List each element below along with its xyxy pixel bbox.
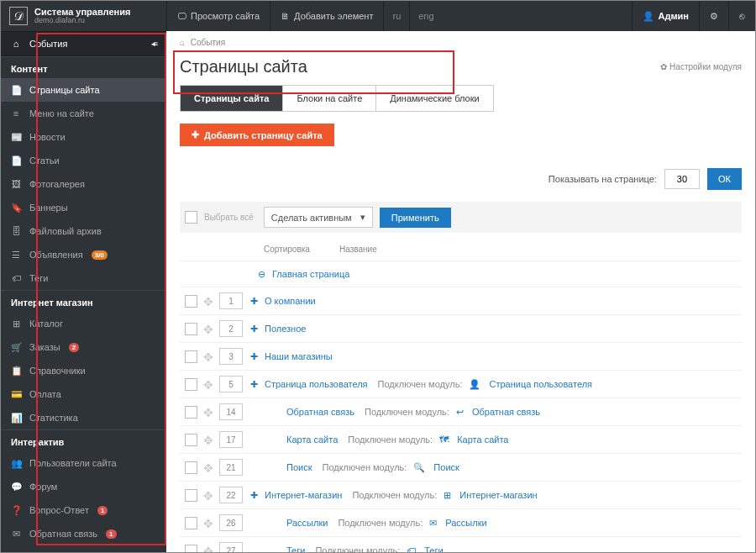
module-link[interactable]: Карта сайта [457, 434, 508, 445]
logout-button[interactable]: ⎋ [728, 1, 755, 31]
drag-handle[interactable]: ✥ [202, 323, 214, 334]
col-sort[interactable]: Сортировка [264, 245, 314, 254]
order-input[interactable]: 22 [219, 487, 243, 503]
order-input[interactable]: 1 [219, 292, 243, 309]
module-link[interactable]: Обратная связь [472, 407, 540, 417]
logo[interactable]: 𝒟 Система управления demo.diafan.ru [1, 7, 166, 25]
per-page-input[interactable] [664, 169, 700, 189]
module-settings-link[interactable]: Настройки модуля [660, 62, 742, 71]
row-checkbox[interactable] [185, 406, 197, 419]
order-input[interactable]: 14 [219, 403, 243, 420]
row-checkbox[interactable] [185, 378, 197, 391]
page-link[interactable]: Полезное [265, 324, 306, 334]
row-checkbox[interactable] [185, 517, 197, 529]
page-link[interactable]: Интернет-магазин [265, 490, 342, 500]
order-input[interactable]: 21 [219, 459, 243, 476]
view-site-button[interactable]: 🖵 Просмотр сайта [166, 1, 270, 31]
lang-eng[interactable]: eng [409, 1, 442, 31]
sidebar-item[interactable]: ⊞ Каталог [1, 312, 166, 335]
row-checkbox[interactable] [185, 295, 197, 308]
sidebar-item-label: Статьи [29, 155, 60, 166]
drag-handle[interactable]: ✥ [202, 434, 214, 445]
sidebar-item[interactable]: 📋 Справочники [1, 359, 166, 382]
breadcrumb-text[interactable]: События [191, 38, 225, 47]
page-link[interactable]: Карта сайта [286, 434, 338, 445]
admin-menu[interactable]: 👤 Админ [632, 1, 699, 31]
expand-icon[interactable]: ✚ [248, 351, 260, 362]
module-link[interactable]: Интернет-магазин [459, 490, 537, 500]
sidebar-item[interactable]: 📄 Статьи [1, 149, 166, 172]
order-input[interactable]: 5 [219, 376, 243, 392]
per-page-ok[interactable]: ОК [707, 168, 742, 190]
col-name[interactable]: Название [339, 245, 377, 254]
row-checkbox[interactable] [185, 434, 197, 446]
sidebar-item[interactable]: ≡ Меню на сайте [1, 102, 166, 125]
drag-handle[interactable]: ✥ [202, 378, 214, 390]
sidebar-item[interactable]: 📊 Статистика [1, 406, 166, 429]
drag-handle[interactable]: ✥ [202, 489, 214, 501]
page-link[interactable]: Обратная связь [286, 407, 354, 417]
sidebar-item[interactable]: 🖼 Фотогалерея [1, 172, 166, 196]
sidebar-item[interactable]: ✉ Обратная связь 1 [1, 522, 166, 545]
monitor-icon: 🖵 [177, 11, 186, 21]
row-checkbox[interactable] [185, 323, 197, 335]
expand-icon[interactable]: ✚ [248, 490, 260, 501]
row-checkbox[interactable] [185, 545, 197, 553]
sidebar-item[interactable]: 📄 Страницы сайта [1, 78, 166, 102]
module-link[interactable]: Страница пользователя [489, 379, 592, 389]
expand-icon[interactable]: ✚ [248, 379, 260, 390]
settings-gear[interactable]: ⚙ [699, 1, 728, 31]
order-input[interactable]: 2 [219, 320, 243, 337]
expand-icon[interactable]: ✚ [248, 296, 260, 307]
drag-handle[interactable]: ✥ [202, 295, 214, 307]
page-link[interactable]: Главная страница [272, 269, 349, 279]
page-link[interactable]: Рассылки [286, 518, 328, 528]
bulk-action-select[interactable]: Сделать активным▾ [264, 207, 373, 228]
tab[interactable]: Блоки на сайте [283, 86, 376, 111]
sidebar-item[interactable]: 💳 Оплата [1, 382, 166, 406]
domain: demo.diafan.ru [34, 17, 130, 25]
module-link[interactable]: Поиск [433, 462, 459, 472]
tab[interactable]: Динамические блоки [376, 86, 492, 111]
module-link[interactable]: Рассылки [445, 518, 486, 528]
drag-handle[interactable]: ✥ [202, 461, 214, 473]
sidebar-item[interactable]: 📰 Новости [1, 125, 166, 149]
drag-handle[interactable]: ✥ [202, 545, 214, 552]
expand-icon[interactable]: ⊖ [255, 269, 267, 280]
page-link[interactable]: Наши магазины [265, 351, 333, 361]
sidebar-item[interactable]: ❓ Вопрос-Ответ 1 [1, 498, 166, 522]
sidebar-item[interactable]: 🏷 Теги [1, 266, 166, 290]
page-row: ✥ 27 ТегиПодключен модуль: 🏷 Теги [180, 537, 742, 552]
lang-ru[interactable]: ru [383, 1, 409, 31]
order-input[interactable]: 26 [219, 514, 243, 531]
sidebar-item[interactable]: 🛒 Заказы 2 [1, 335, 166, 359]
add-page-button[interactable]: ✚ Добавить страницу сайта [180, 124, 334, 146]
sidebar-item[interactable]: 🗄 Файловый архив [1, 219, 166, 243]
drag-handle[interactable]: ✥ [202, 350, 214, 362]
sidebar-item-label: Статистика [29, 413, 78, 423]
order-input[interactable]: 17 [219, 431, 243, 448]
drag-handle[interactable]: ✥ [202, 517, 214, 529]
page-link[interactable]: Теги [286, 545, 305, 552]
sidebar-events[interactable]: ⌂ События ◂≡ [1, 31, 166, 56]
row-checkbox[interactable] [185, 350, 197, 363]
page-link[interactable]: О компании [265, 296, 316, 306]
apply-button[interactable]: Применить [380, 208, 451, 228]
expand-icon[interactable]: ✚ [248, 324, 260, 334]
sidebar-item[interactable]: 💬 Форум [1, 475, 166, 498]
sidebar-item[interactable]: 🔖 Баннеры [1, 196, 166, 219]
module-link[interactable]: Теги [424, 545, 443, 552]
page-link[interactable]: Поиск [286, 462, 312, 472]
add-element-button[interactable]: 🗎 Добавить элемент [270, 1, 383, 31]
sidebar-item[interactable]: 👥 Пользователи сайта [1, 451, 166, 475]
page-link[interactable]: Страница пользователя [265, 379, 368, 389]
sidebar-item[interactable]: ☰ Объявления 3/0 [1, 243, 166, 266]
tab[interactable]: Страницы сайта [181, 86, 283, 111]
select-all-checkbox[interactable] [185, 211, 197, 224]
order-input[interactable]: 27 [219, 542, 243, 552]
drag-handle[interactable]: ✥ [202, 406, 214, 418]
order-input[interactable]: 3 [219, 348, 243, 365]
row-checkbox[interactable] [185, 461, 197, 474]
row-checkbox[interactable] [185, 489, 197, 502]
home-icon[interactable]: ⌂ [180, 38, 185, 47]
